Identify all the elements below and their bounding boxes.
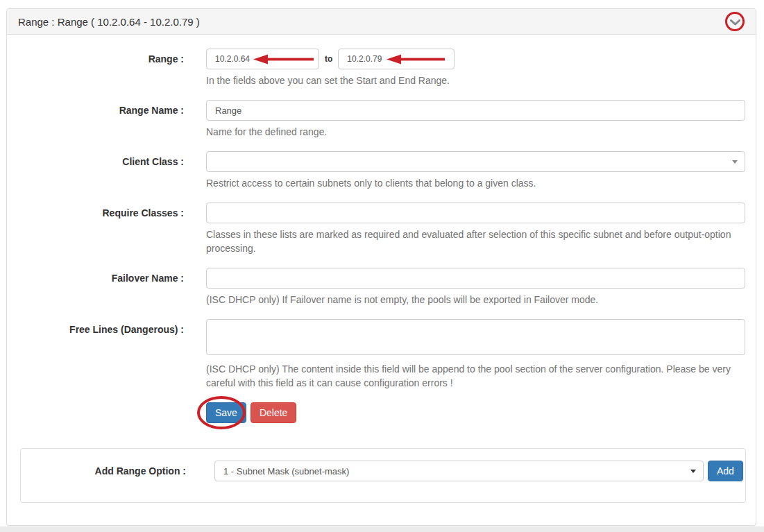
range-start-input[interactable] [206, 49, 319, 69]
require-classes-help-text: Classes in these lists are marked as req… [206, 228, 745, 255]
range-name-help-text: Name for the defined range. [206, 125, 745, 139]
add-range-option-label: Add Range Option : [31, 461, 186, 477]
require-classes-input[interactable] [206, 203, 745, 223]
range-help-text: In the fields above you can set the Star… [206, 74, 745, 87]
client-class-select[interactable] [206, 151, 745, 172]
add-range-option-panel: Add Range Option : 1 - Subnet Mask (subn… [20, 448, 746, 503]
client-class-row: Client Class : Restrict access to certai… [7, 151, 745, 190]
form-actions: Save Delete [206, 402, 745, 423]
range-row: Range : to [7, 49, 745, 87]
dropdown-caret-icon [732, 160, 738, 164]
panel-heading: Range : Range ( 10.2.0.64 - 10.2.0.79 ) [7, 9, 756, 35]
require-classes-row: Require Classes : Classes in these lists… [7, 203, 745, 255]
collapse-toggle[interactable] [725, 12, 745, 31]
range-label: Range : [7, 49, 184, 87]
require-classes-label: Require Classes : [7, 203, 184, 255]
range-name-input[interactable] [206, 100, 745, 121]
client-class-label: Client Class : [7, 151, 184, 190]
range-panel: Range : Range ( 10.2.0.64 - 10.2.0.79 ) … [6, 8, 756, 526]
panel-title: Range : Range ( 10.2.0.64 - 10.2.0.79 ) [18, 16, 200, 28]
range-option-selected-value: 1 - Subnet Mask (subnet-mask) [223, 466, 349, 477]
client-class-help-text: Restrict access to certain subnets only … [206, 176, 745, 190]
page-background-strip [0, 526, 764, 532]
failover-name-label: Failover Name : [7, 268, 184, 307]
range-name-row: Range Name : Name for the defined range. [7, 100, 745, 139]
free-lines-help-text: (ISC DHCP only) The content inside this … [206, 362, 745, 390]
failover-name-input[interactable] [206, 268, 745, 289]
add-button[interactable]: Add [708, 461, 743, 481]
free-lines-textarea[interactable] [206, 319, 745, 355]
range-option-select[interactable]: 1 - Subnet Mask (subnet-mask) [214, 461, 704, 481]
range-to-label: to [325, 54, 332, 64]
chevron-down-icon [730, 16, 740, 28]
range-name-label: Range Name : [7, 100, 184, 139]
delete-button[interactable]: Delete [251, 402, 296, 423]
dropdown-caret-icon [690, 470, 696, 473]
panel-body: Range : to [7, 35, 756, 503]
range-end-input[interactable] [338, 49, 455, 69]
free-lines-label: Free Lines (Dangerous) : [7, 319, 184, 390]
free-lines-row: Free Lines (Dangerous) : (ISC DHCP only)… [7, 319, 745, 390]
failover-name-row: Failover Name : (ISC DHCP only) If Failo… [7, 268, 745, 307]
failover-name-help-text: (ISC DHCP only) If Failover name is not … [206, 293, 745, 307]
save-button[interactable]: Save [206, 402, 246, 423]
